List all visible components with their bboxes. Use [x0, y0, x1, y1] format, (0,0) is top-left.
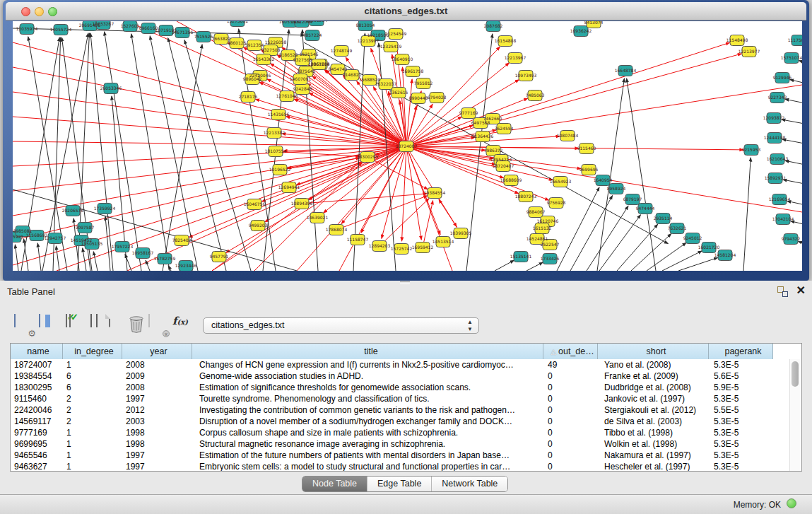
cell-out_degree[interactable]: 0	[543, 370, 598, 382]
cell-pagerank[interactable]: 5.3E-5	[709, 461, 773, 472]
cell-name[interactable]: 14569117	[11, 416, 63, 427]
cell-out_degree[interactable]: 0	[543, 382, 598, 393]
network-window-titlebar[interactable]: citations_edges.txt	[6, 2, 806, 21]
citation-edge-red[interactable]	[13, 146, 406, 166]
cell-out_degree[interactable]: 0	[543, 427, 598, 438]
citation-edge-black[interactable]	[125, 254, 131, 271]
table-row[interactable]: 969969511998Structural magnetic resonanc…	[11, 438, 801, 450]
cell-pagerank[interactable]: 5.6E-5	[709, 370, 773, 382]
citation-edge-black[interactable]	[526, 262, 543, 271]
cell-name[interactable]: 9699695	[11, 438, 63, 450]
cell-title[interactable]: Tourette syndrome. Phenomenology and cla…	[192, 393, 543, 404]
citation-edge-black[interactable]	[90, 33, 113, 271]
cell-pagerank[interactable]: 5.3E-5	[709, 359, 773, 370]
cell-in_degree[interactable]: 1	[63, 461, 122, 472]
cell-in_degree[interactable]: 6	[63, 370, 122, 382]
cell-name[interactable]: 22420046	[11, 404, 63, 416]
cell-short[interactable]: de Silva et al. (2003)	[598, 416, 709, 427]
trash-icon[interactable]	[127, 315, 147, 334]
citation-edge-black[interactable]	[790, 80, 802, 85]
cell-pagerank[interactable]: 5.3E-5	[709, 393, 773, 404]
column-header-out_degree[interactable]: △out_de…	[543, 344, 598, 359]
citation-edge-red[interactable]	[276, 151, 360, 156]
cell-year[interactable]: 2008	[122, 382, 192, 393]
network-canvas[interactable]: 1203597414055724206914061065326715276026…	[13, 21, 802, 271]
citation-edge-red[interactable]	[406, 63, 509, 146]
column-header-name[interactable]: name	[11, 344, 63, 359]
cell-name[interactable]: 9115460	[11, 393, 63, 404]
table-row[interactable]: 977716911998Corpus callosum shape and si…	[11, 427, 801, 438]
column-header-in_degree[interactable]: in_degree	[63, 344, 122, 359]
table-selector-dropdown[interactable]: citations_edges.txt ▲▼	[203, 317, 479, 334]
citation-network-graph[interactable]: 1203597414055724206914061065326715276026…	[13, 21, 802, 271]
cell-pagerank[interactable]: 5.5E-5	[709, 404, 773, 416]
cell-in_degree[interactable]: 2	[63, 404, 122, 416]
cell-short[interactable]: Nakamura et al. (1997)	[598, 450, 709, 461]
network-view-window[interactable]: citations_edges.txt 12035974140557242069…	[3, 0, 809, 281]
citation-edge-red[interactable]	[423, 201, 433, 247]
cell-year[interactable]: 2012	[122, 404, 192, 416]
table-row[interactable]: 2242004622012Investigating the contribut…	[11, 404, 801, 416]
cell-year[interactable]: 1998	[122, 427, 192, 438]
citation-edge-red[interactable]	[379, 199, 429, 246]
citation-edge-black[interactable]	[787, 201, 802, 206]
column-header-short[interactable]: short	[598, 344, 709, 359]
scrollbar-thumb[interactable]	[792, 361, 799, 387]
citation-edge-black[interactable]	[105, 216, 110, 271]
citation-edge-black[interactable]	[785, 99, 802, 105]
citation-edge-black[interactable]	[93, 252, 98, 271]
citation-edge-red[interactable]	[406, 146, 743, 150]
cell-short[interactable]: Dudbridge et al. (2008)	[598, 382, 709, 393]
cell-pagerank[interactable]: 5.3E-5	[709, 416, 773, 427]
cell-title[interactable]: Genome-wide association studies in ADHD.	[192, 370, 543, 382]
citation-edge-red[interactable]	[406, 98, 528, 146]
tab-network-table[interactable]: Network Table	[432, 477, 507, 491]
cell-in_degree[interactable]: 1	[63, 427, 122, 438]
memory-ok-indicator-icon[interactable]	[787, 498, 796, 508]
cell-short[interactable]: Tibbo et al. (1998)	[598, 427, 709, 438]
cell-title[interactable]: Corpus callosum shape and size in male p…	[192, 427, 543, 438]
citation-edge-black[interactable]	[783, 180, 802, 185]
table-row[interactable]: 946362711997Embryonic stem cells: a mode…	[11, 461, 801, 472]
function-builder-icon[interactable]: f(x)	[172, 315, 192, 334]
citation-edge-red[interactable]	[212, 161, 361, 271]
citation-edge-black[interactable]	[599, 215, 640, 271]
cell-out_degree[interactable]: 0	[543, 404, 598, 416]
citation-edge-black[interactable]	[15, 245, 18, 271]
cell-year[interactable]: 1997	[122, 461, 192, 472]
cell-pagerank[interactable]: 5.3E-5	[709, 438, 773, 450]
column-header-year[interactable]: year	[122, 344, 192, 359]
cell-in_degree[interactable]: 1	[63, 450, 122, 461]
citation-edge-black[interactable]	[83, 248, 86, 271]
cell-short[interactable]: Wolkin et al. (1998)	[598, 438, 709, 450]
column-header-title[interactable]: title	[192, 344, 543, 359]
table-vertical-scrollbar[interactable]	[789, 359, 800, 471]
cell-out_degree[interactable]: 0	[543, 438, 598, 450]
table-row[interactable]: 1872400712008Changes of HCN gene express…	[11, 359, 801, 370]
table-row[interactable]: 1938455462009Genome-wide association stu…	[11, 370, 801, 382]
cell-title[interactable]: Changes of HCN gene expression and I(f) …	[192, 359, 543, 370]
table-row[interactable]: 911546021997Tourette syndrome. Phenomeno…	[11, 393, 801, 404]
cell-pagerank[interactable]: 5.9E-5	[709, 382, 773, 393]
cell-name[interactable]: 9465546	[11, 450, 63, 461]
cell-name[interactable]: 9463627	[11, 461, 63, 472]
table-row[interactable]: 946554611997Estimation of the future num…	[11, 450, 801, 461]
cell-name[interactable]: 18724007	[11, 359, 63, 370]
cell-in_degree[interactable]: 1	[63, 359, 122, 370]
citation-edge-black[interactable]	[617, 224, 658, 271]
cell-out_degree[interactable]: 0	[543, 416, 598, 427]
cell-in_degree[interactable]: 2	[63, 393, 122, 404]
tab-edge-table[interactable]: Edge Table	[367, 477, 432, 491]
citation-edge-black[interactable]	[495, 260, 514, 271]
cell-year[interactable]: 1997	[122, 393, 192, 404]
cell-year[interactable]: 2009	[122, 370, 192, 382]
cell-year[interactable]: 1997	[122, 450, 192, 461]
citation-edge-black[interactable]	[799, 61, 802, 65]
cell-out_degree[interactable]: 49	[543, 359, 598, 370]
citation-edge-black[interactable]	[798, 241, 802, 246]
citation-edge-black[interactable]	[131, 34, 170, 271]
citation-edge-red[interactable]	[127, 146, 406, 271]
citation-edge-black[interactable]	[782, 139, 802, 145]
citation-edge-black[interactable]	[785, 160, 802, 166]
citation-edge-red[interactable]	[302, 194, 427, 204]
